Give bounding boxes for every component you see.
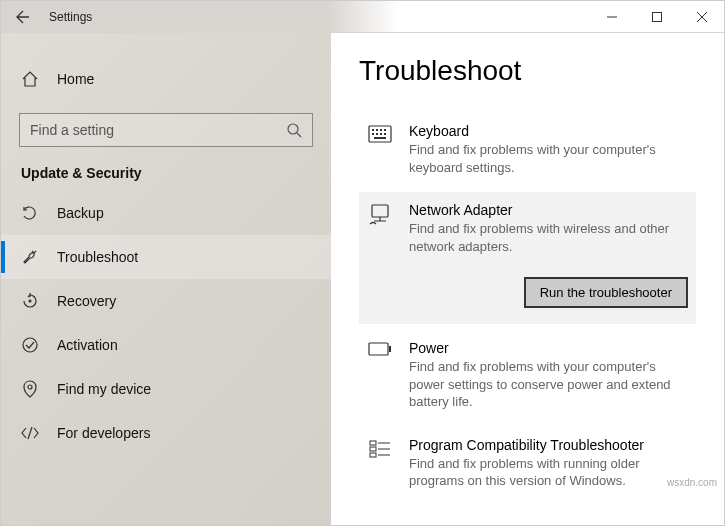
- maximize-icon: [652, 12, 662, 22]
- nav-troubleshoot[interactable]: Troubleshoot: [1, 235, 331, 279]
- svg-rect-10: [372, 133, 374, 135]
- svg-rect-18: [370, 441, 376, 445]
- nav-item-label: For developers: [57, 425, 150, 441]
- svg-rect-16: [369, 343, 388, 355]
- troubleshooter-desc: Find and fix problems with your computer…: [409, 358, 688, 411]
- program-compatibility-icon: [367, 437, 393, 490]
- back-button[interactable]: [1, 1, 45, 33]
- svg-rect-15: [372, 205, 388, 217]
- svg-rect-19: [370, 447, 376, 451]
- svg-rect-17: [389, 346, 391, 352]
- svg-rect-0: [652, 12, 661, 21]
- troubleshooter-title: Keyboard: [409, 123, 688, 139]
- svg-point-4: [28, 385, 32, 389]
- svg-rect-6: [372, 129, 374, 131]
- find-device-icon: [21, 380, 39, 398]
- back-arrow-icon: [15, 9, 31, 25]
- recovery-icon: [21, 292, 39, 310]
- minimize-icon: [607, 12, 617, 22]
- svg-rect-9: [384, 129, 386, 131]
- search-input[interactable]: [30, 122, 286, 138]
- nav-item-label: Activation: [57, 337, 118, 353]
- svg-rect-8: [380, 129, 382, 131]
- nav-recovery[interactable]: Recovery: [1, 279, 331, 323]
- main-panel: Troubleshoot Keyboard Find and fix probl…: [331, 33, 724, 525]
- svg-point-3: [23, 338, 37, 352]
- troubleshooter-title: Power: [409, 340, 688, 356]
- svg-point-1: [288, 124, 298, 134]
- troubleshooter-power[interactable]: Power Find and fix problems with your co…: [359, 330, 696, 421]
- run-troubleshooter-button[interactable]: Run the troubleshooter: [524, 277, 688, 308]
- svg-rect-20: [370, 453, 376, 457]
- page-title: Troubleshoot: [359, 55, 696, 87]
- svg-rect-7: [376, 129, 378, 131]
- troubleshooter-keyboard[interactable]: Keyboard Find and fix problems with your…: [359, 113, 696, 186]
- window-title: Settings: [45, 10, 589, 24]
- developers-icon: [21, 424, 39, 442]
- nav-activation[interactable]: Activation: [1, 323, 331, 367]
- activation-icon: [21, 336, 39, 354]
- svg-rect-14: [374, 137, 386, 139]
- nav-backup[interactable]: Backup: [1, 191, 331, 235]
- troubleshooter-desc: Find and fix problems with wireless and …: [409, 220, 688, 255]
- troubleshooter-desc: Find and fix problems with your computer…: [409, 141, 688, 176]
- search-box[interactable]: [19, 113, 313, 147]
- nav-find-my-device[interactable]: Find my device: [1, 367, 331, 411]
- nav-for-developers[interactable]: For developers: [1, 411, 331, 455]
- troubleshooter-desc: Find and fix problems with running older…: [409, 455, 688, 490]
- title-bar: Settings: [1, 1, 724, 33]
- backup-icon: [21, 204, 39, 222]
- keyboard-icon: [367, 123, 393, 176]
- troubleshooter-network-adapter[interactable]: Network Adapter Find and fix problems wi…: [359, 192, 696, 324]
- svg-rect-13: [384, 133, 386, 135]
- watermark: wsxdn.com: [667, 477, 717, 488]
- svg-rect-12: [380, 133, 382, 135]
- svg-rect-11: [376, 133, 378, 135]
- nav-item-label: Backup: [57, 205, 104, 221]
- nav-item-label: Recovery: [57, 293, 116, 309]
- nav-home-label: Home: [57, 71, 94, 87]
- troubleshoot-icon: [21, 248, 39, 266]
- troubleshooter-title: Network Adapter: [409, 202, 688, 218]
- network-adapter-icon: [367, 202, 393, 308]
- search-icon: [286, 122, 302, 138]
- close-icon: [697, 12, 707, 22]
- power-icon: [367, 340, 393, 411]
- nav-item-label: Troubleshoot: [57, 249, 138, 265]
- sidebar: Home Update & Security Backup Troublesho…: [1, 33, 331, 525]
- home-icon: [21, 70, 39, 88]
- svg-point-2: [29, 300, 32, 303]
- nav-item-label: Find my device: [57, 381, 151, 397]
- minimize-button[interactable]: [589, 1, 634, 33]
- close-button[interactable]: [679, 1, 724, 33]
- troubleshooter-title: Program Compatibility Troubleshooter: [409, 437, 688, 453]
- troubleshooter-program-compatibility[interactable]: Program Compatibility Troubleshooter Fin…: [359, 427, 696, 500]
- section-header: Update & Security: [21, 165, 331, 181]
- maximize-button[interactable]: [634, 1, 679, 33]
- nav-home[interactable]: Home: [1, 57, 331, 101]
